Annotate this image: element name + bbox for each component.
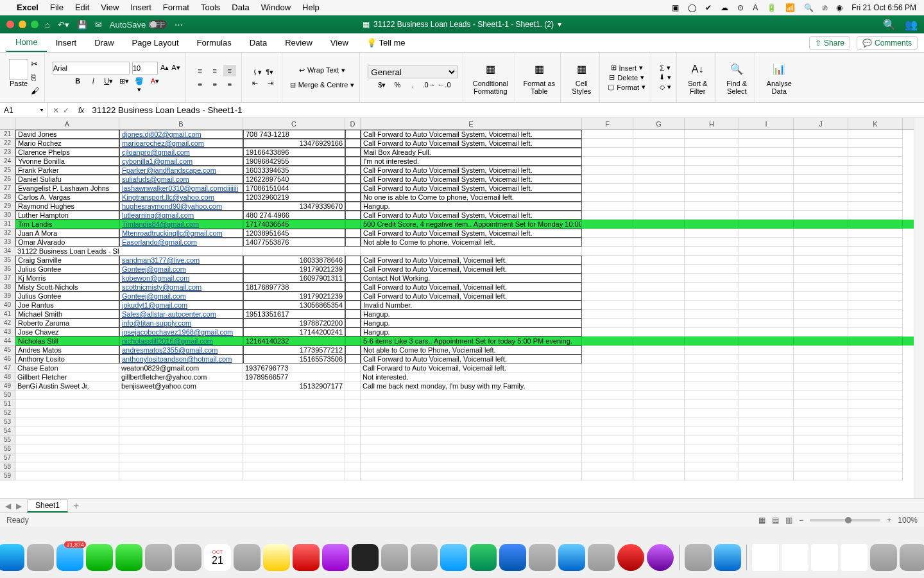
dock-word[interactable] <box>499 544 526 571</box>
cell[interactable] <box>15 408 119 417</box>
cell[interactable] <box>361 390 582 399</box>
cell[interactable]: Call Forward to Auto Voicemail, Voicemai… <box>361 363 582 372</box>
cell[interactable] <box>582 381 633 390</box>
cell[interactable] <box>739 337 794 346</box>
cell[interactable]: 15132907177 <box>243 381 345 390</box>
cell[interactable] <box>361 408 582 417</box>
format-painter-icon[interactable]: 🖌 <box>31 86 39 96</box>
cell[interactable] <box>345 435 361 444</box>
currency-icon[interactable]: $▾ <box>376 81 388 89</box>
cell[interactable] <box>582 256 633 265</box>
cell[interactable] <box>848 408 903 417</box>
cell[interactable] <box>582 292 633 301</box>
cell[interactable]: Contact Not Working. <box>361 274 582 283</box>
cell[interactable] <box>739 166 794 175</box>
cell[interactable] <box>794 399 848 408</box>
cell[interactable]: Mail Box Already Full. <box>361 148 582 157</box>
add-sheet-button[interactable]: + <box>73 500 79 512</box>
row-header[interactable]: 59 <box>0 471 15 480</box>
cell[interactable] <box>582 372 633 381</box>
row-header[interactable]: 28 <box>0 193 15 202</box>
cell[interactable]: Call Forward to Auto Voicemail System, V… <box>361 166 582 175</box>
app-menu[interactable]: Excel <box>17 3 38 12</box>
cell[interactable] <box>582 274 633 283</box>
cell[interactable] <box>739 256 794 265</box>
cell[interactable] <box>739 381 794 390</box>
share-button[interactable]: ⇧Share <box>809 36 850 50</box>
tell-me[interactable]: 💡 Tell me <box>357 33 415 52</box>
menu-help[interactable]: Help <box>302 3 320 12</box>
cell[interactable]: cybonilla1@gmail.com <box>119 157 243 166</box>
cell[interactable]: Call Forward to Auto Voicemail, Voicemai… <box>361 292 582 301</box>
cell[interactable] <box>119 399 243 408</box>
cell[interactable] <box>633 265 685 274</box>
cell[interactable] <box>848 310 903 319</box>
increase-decimal-icon[interactable]: .0→ <box>422 81 434 89</box>
cell[interactable] <box>345 211 361 220</box>
cell[interactable] <box>848 274 903 283</box>
cell[interactable]: gillbertfletcher@yahoo.com <box>119 372 243 381</box>
cell[interactable] <box>848 346 903 355</box>
cell[interactable] <box>685 238 739 247</box>
cell[interactable] <box>15 471 119 480</box>
cell[interactable] <box>345 202 361 211</box>
cell[interactable] <box>633 202 685 211</box>
column-header-D[interactable]: D <box>345 118 361 129</box>
column-header-F[interactable]: F <box>582 118 633 129</box>
save-icon[interactable]: 💾 <box>77 20 87 30</box>
cell[interactable] <box>633 310 685 319</box>
cell[interactable] <box>848 139 903 148</box>
cell[interactable] <box>848 184 903 193</box>
row-header[interactable]: 43 <box>0 328 15 337</box>
cell[interactable] <box>633 453 685 462</box>
cell[interactable] <box>794 408 848 417</box>
cell[interactable]: Gillbert Fletcher <box>15 372 119 381</box>
clear-button[interactable]: ◇▾ <box>660 83 671 91</box>
cell[interactable]: Kj Morris <box>15 274 119 283</box>
cell[interactable] <box>345 139 361 148</box>
row-header[interactable]: 23 <box>0 148 15 157</box>
cell[interactable] <box>685 408 739 417</box>
cell[interactable]: 480 274-4966 <box>243 211 345 220</box>
cell[interactable] <box>345 238 361 247</box>
cell[interactable] <box>739 265 794 274</box>
cell[interactable]: Mario Rochez <box>15 139 119 148</box>
cell[interactable] <box>739 238 794 247</box>
cell[interactable] <box>633 399 685 408</box>
cell[interactable]: Invalid Number. <box>361 301 582 310</box>
cell[interactable] <box>119 453 243 462</box>
cell[interactable] <box>739 139 794 148</box>
cell[interactable] <box>582 453 633 462</box>
cell[interactable] <box>582 175 633 184</box>
cell[interactable]: Chase Eaton <box>15 363 119 372</box>
cell[interactable] <box>633 139 685 148</box>
dock-opera[interactable] <box>617 544 644 571</box>
dock-settings[interactable] <box>381 544 408 571</box>
cell[interactable]: Call Forward to Auto Voicemail, Voicemai… <box>361 355 582 363</box>
cell[interactable] <box>345 408 361 417</box>
bold-button[interactable]: B <box>72 77 83 94</box>
zoom-out-button[interactable]: − <box>799 516 803 525</box>
cell[interactable] <box>794 337 848 346</box>
cell[interactable]: Sales@allstar-autocenter.com <box>119 310 243 319</box>
column-header-C[interactable]: C <box>243 118 345 129</box>
cell[interactable] <box>345 363 361 372</box>
dock-facetime[interactable] <box>86 544 113 571</box>
cell[interactable] <box>119 426 243 435</box>
cell[interactable] <box>345 175 361 184</box>
cell[interactable] <box>582 426 633 435</box>
cell[interactable] <box>739 399 794 408</box>
cell[interactable]: 13479339670 <box>243 202 345 211</box>
cell[interactable] <box>739 471 794 480</box>
cell[interactable] <box>685 471 739 480</box>
cell[interactable]: 13476929166 <box>243 139 345 148</box>
cell[interactable] <box>848 319 903 328</box>
cell[interactable]: Julius Gontee <box>15 292 119 301</box>
cell[interactable] <box>15 399 119 408</box>
cell[interactable] <box>685 363 739 372</box>
cell[interactable]: Call Forward to Auto Voicemail, Voicemai… <box>361 283 582 292</box>
dock-app1[interactable] <box>529 544 556 571</box>
dock-podcasts[interactable] <box>322 544 349 571</box>
zoom-slider[interactable] <box>810 519 880 521</box>
cell[interactable] <box>633 408 685 417</box>
